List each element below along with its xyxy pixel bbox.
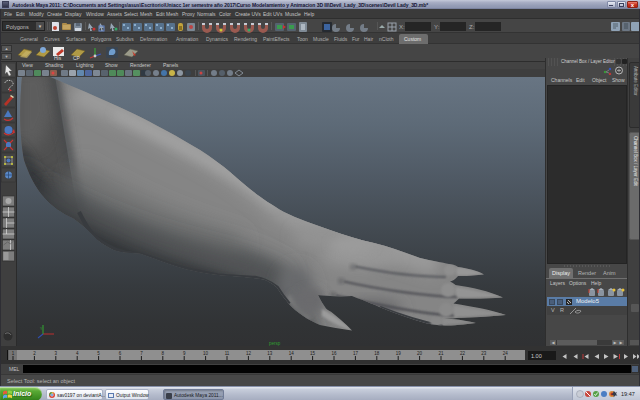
svg-text:Y:: Y:	[434, 24, 440, 30]
svg-text:10: 10	[203, 351, 209, 356]
svg-text:X:: X:	[399, 24, 405, 30]
svg-text:23: 23	[481, 351, 487, 356]
svg-text:His: His	[54, 55, 62, 61]
svg-text:Z:: Z:	[469, 24, 475, 30]
svg-text:15: 15	[310, 351, 316, 356]
svg-text:CP: CP	[73, 55, 81, 61]
svg-text:20: 20	[417, 351, 423, 356]
svg-text:14: 14	[289, 351, 295, 356]
svg-text:16: 16	[331, 351, 337, 356]
svg-text:1.00: 1.00	[531, 353, 542, 359]
svg-text:18: 18	[374, 351, 380, 356]
svg-text:21: 21	[438, 351, 444, 356]
svg-text:13: 13	[267, 351, 273, 356]
svg-text:11: 11	[225, 351, 230, 356]
svg-text:22: 22	[460, 351, 466, 356]
svg-text:17: 17	[353, 351, 359, 356]
svg-text:12: 12	[246, 351, 252, 356]
svg-text:19: 19	[396, 351, 402, 356]
svg-text:24: 24	[503, 351, 509, 356]
